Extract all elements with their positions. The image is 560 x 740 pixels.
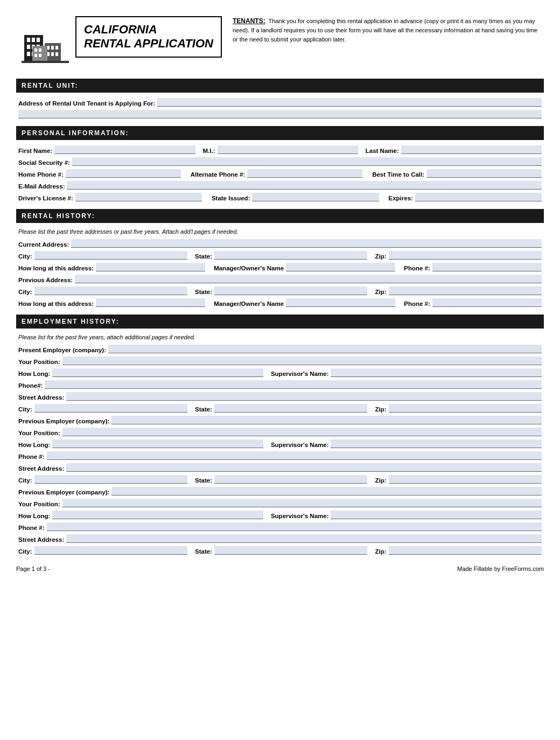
svg-rect-22	[22, 61, 69, 63]
prev-city1-input[interactable]	[34, 475, 187, 484]
prev-state2-input[interactable]	[214, 546, 367, 555]
name-row: First Name: M.I.: Last Name:	[18, 145, 542, 154]
current-howlong-row: How long at this address: Manager/Owner'…	[18, 263, 542, 271]
prev-phone-label: Phone #:	[404, 301, 430, 307]
rental-address-line2[interactable]	[18, 110, 542, 118]
best-time-label: Best Time to Call:	[372, 171, 424, 178]
rental-address-input[interactable]	[157, 98, 542, 107]
present-supervisor-input[interactable]	[331, 368, 542, 377]
svg-rect-1	[27, 38, 30, 42]
current-zip-input[interactable]	[389, 251, 542, 260]
ssn-label: Social Security #:	[18, 159, 70, 166]
current-manager-input[interactable]	[286, 263, 395, 271]
prev-zip1-input[interactable]	[389, 475, 542, 484]
current-city-input[interactable]	[34, 251, 187, 260]
form-title: CALIFORNIA RENTAL APPLICATION	[84, 23, 213, 51]
current-state-input[interactable]	[214, 251, 367, 260]
last-name-label: Last Name:	[366, 148, 399, 154]
prev-employer1-input[interactable]	[111, 416, 542, 424]
prev-sup2-input[interactable]	[331, 511, 542, 519]
prev-sup1-input[interactable]	[331, 439, 542, 448]
prev-city2-row: City: State: Zip:	[18, 546, 542, 555]
prev-employer2-row: Previous Employer (company):	[18, 487, 542, 495]
prev-street1-label: Street Address:	[18, 465, 64, 472]
title-box: CALIFORNIA RENTAL APPLICATION	[75, 16, 222, 58]
present-street-input[interactable]	[66, 392, 542, 401]
current-how-long-input[interactable]	[96, 263, 205, 271]
email-row: E-Mail Address:	[18, 181, 542, 190]
prev-employer1-row: Previous Employer (company):	[18, 416, 542, 424]
prev-state2-label: State:	[195, 548, 212, 555]
rental-history-content: Please list the past three addresses or …	[16, 228, 544, 307]
best-time-input[interactable]	[426, 169, 542, 178]
prev-manager-label: Manager/Owner's Name	[214, 301, 284, 307]
prev-how-long2-input[interactable]	[52, 511, 263, 519]
present-employer-input[interactable]	[108, 345, 542, 353]
prev-street1-input[interactable]	[66, 463, 542, 472]
dl-input[interactable]	[75, 193, 202, 201]
svg-rect-13	[55, 46, 58, 50]
svg-rect-3	[37, 38, 40, 42]
prev-howlong-row: How long at this address: Manager/Owner'…	[18, 298, 542, 307]
svg-rect-2	[32, 38, 35, 42]
alt-phone-input[interactable]	[247, 169, 362, 178]
prev-how-long-input[interactable]	[96, 298, 205, 307]
prev-howlong2-row: How Long: Supervisor's Name:	[18, 511, 542, 519]
present-phone-input[interactable]	[45, 380, 542, 389]
prev-address-label: Previous Address:	[18, 277, 73, 283]
prev-street2-input[interactable]	[66, 534, 542, 543]
prev-city2-input[interactable]	[34, 546, 187, 555]
present-street-row: Street Address:	[18, 392, 542, 401]
prev-employer2-input[interactable]	[111, 487, 542, 495]
present-how-long-input[interactable]	[52, 368, 263, 377]
prev-city-input[interactable]	[34, 287, 187, 295]
prev-how-long2-label: How Long:	[18, 513, 50, 519]
prev-employer2-label: Previous Employer (company):	[18, 489, 109, 495]
prev-pos2-label: Your Position:	[18, 501, 60, 507]
current-city-row: City: State: Zip:	[18, 251, 542, 260]
tenants-description: TENANTS: Thank you for completing this r…	[233, 16, 544, 44]
prev-state1-input[interactable]	[214, 475, 367, 484]
prev-city1-label: City:	[18, 477, 32, 484]
present-position-input[interactable]	[62, 357, 542, 365]
ssn-input[interactable]	[72, 157, 542, 166]
email-input[interactable]	[67, 181, 542, 190]
mi-label: M.I.:	[203, 148, 215, 154]
home-phone-input[interactable]	[66, 169, 181, 178]
prev-zip2-input[interactable]	[389, 546, 542, 555]
prev-state-input[interactable]	[214, 287, 367, 295]
prev-zip-input[interactable]	[389, 287, 542, 295]
present-city-input[interactable]	[34, 404, 187, 413]
present-position-label: Your Position:	[18, 359, 60, 365]
mi-input[interactable]	[218, 145, 358, 154]
prev-how-long1-input[interactable]	[52, 439, 263, 448]
prev-phone1-input[interactable]	[47, 451, 542, 460]
prev-phone2-input[interactable]	[47, 522, 542, 531]
prev-pos1-input[interactable]	[62, 428, 542, 436]
present-street-label: Street Address:	[18, 394, 64, 401]
current-address-input[interactable]	[71, 239, 542, 248]
present-state-input[interactable]	[214, 404, 367, 413]
prev-address-input[interactable]	[75, 275, 542, 283]
present-state-label: State:	[195, 406, 212, 413]
prev-pos1-row: Your Position:	[18, 428, 542, 436]
expires-input[interactable]	[415, 193, 542, 201]
prev-city-row: City: State: Zip:	[18, 287, 542, 295]
svg-rect-15	[51, 52, 54, 56]
prev-howlong1-row: How Long: Supervisor's Name:	[18, 439, 542, 448]
present-employer-label: Present Employer (company):	[18, 347, 106, 353]
prev-phone-input[interactable]	[432, 298, 542, 307]
rental-unit-address-row: Address of Rental Unit Tenant is Applyin…	[18, 98, 542, 107]
first-name-input[interactable]	[54, 145, 195, 154]
prev-manager-input[interactable]	[286, 298, 395, 307]
rental-unit-content: Address of Rental Unit Tenant is Applyin…	[16, 98, 544, 118]
prev-phone2-row: Phone #:	[18, 522, 542, 531]
prev-pos2-input[interactable]	[62, 499, 542, 507]
rental-address-label: Address of Rental Unit Tenant is Applyin…	[18, 100, 155, 107]
current-phone-input[interactable]	[432, 263, 542, 271]
prev-zip2-label: Zip:	[375, 548, 386, 555]
last-name-input[interactable]	[401, 145, 542, 154]
state-issued-input[interactable]	[252, 193, 379, 201]
present-zip-input[interactable]	[389, 404, 542, 413]
svg-rect-20	[34, 54, 37, 57]
